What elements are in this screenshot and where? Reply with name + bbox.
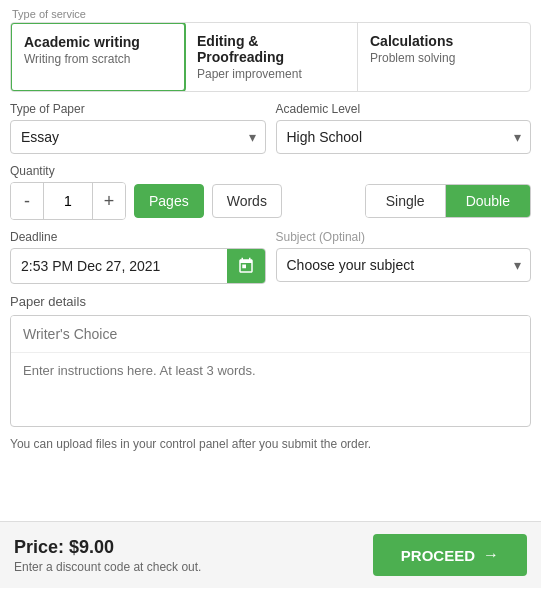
deadline-subject-row: Deadline 2:53 PM Dec 27, 2021 Subject (O… bbox=[10, 230, 531, 284]
quantity-label: Quantity bbox=[10, 164, 531, 178]
calendar-button[interactable] bbox=[227, 249, 265, 283]
paper-details-section: Paper details bbox=[10, 294, 531, 427]
qty-plus-button[interactable]: + bbox=[93, 183, 125, 219]
deadline-input-wrap[interactable]: 2:53 PM Dec 27, 2021 bbox=[10, 248, 266, 284]
subject-label: Subject (Optinal) bbox=[276, 230, 532, 244]
upload-note: You can upload files in your control pan… bbox=[10, 437, 531, 451]
deadline-label: Deadline bbox=[10, 230, 266, 244]
subject-optional-text: (Optinal) bbox=[319, 230, 365, 244]
paper-details-box bbox=[10, 315, 531, 427]
paper-topic-input[interactable] bbox=[11, 316, 530, 353]
qty-controls: - + bbox=[10, 182, 126, 220]
footer: Price: $9.00 Enter a discount code at ch… bbox=[0, 521, 541, 588]
paper-type-col: Type of Paper Essay Research Paper Term … bbox=[10, 102, 266, 154]
proceed-button[interactable]: PROCEED → bbox=[373, 534, 527, 576]
spacing-group: Single Double bbox=[365, 184, 531, 218]
paper-instructions-textarea[interactable] bbox=[11, 353, 530, 423]
paper-type-select-wrapper[interactable]: Essay Research Paper Term Paper Disserta… bbox=[10, 120, 266, 154]
tab-academic-title: Academic writing bbox=[24, 34, 172, 50]
academic-level-select-wrapper[interactable]: High School Undergraduate Master's PhD bbox=[276, 120, 532, 154]
unit-words-button[interactable]: Words bbox=[212, 184, 282, 218]
proceed-label: PROCEED bbox=[401, 547, 475, 564]
spacing-double-button[interactable]: Double bbox=[446, 185, 530, 217]
proceed-arrow-icon: → bbox=[483, 546, 499, 564]
subject-select-wrapper[interactable]: Choose your subject Math English History… bbox=[276, 248, 532, 282]
qty-minus-button[interactable]: - bbox=[11, 183, 43, 219]
tab-academic-writing[interactable]: Academic writing Writing from scratch bbox=[10, 22, 186, 92]
paper-level-row: Type of Paper Essay Research Paper Term … bbox=[10, 102, 531, 154]
tab-calculations[interactable]: Calculations Problem solving bbox=[358, 23, 530, 91]
academic-level-label: Academic Level bbox=[276, 102, 532, 116]
tab-editing-title: Editing & Proofreading bbox=[197, 33, 345, 65]
qty-input[interactable] bbox=[43, 183, 93, 219]
quantity-row: - + Pages Words Single Double bbox=[10, 182, 531, 220]
academic-level-col: Academic Level High School Undergraduate… bbox=[276, 102, 532, 154]
service-type-label: Type of service bbox=[0, 0, 541, 22]
deadline-value: 2:53 PM Dec 27, 2021 bbox=[11, 250, 227, 282]
deadline-col: Deadline 2:53 PM Dec 27, 2021 bbox=[10, 230, 266, 284]
tab-calculations-sub: Problem solving bbox=[370, 51, 518, 65]
calendar-icon bbox=[237, 257, 255, 275]
tab-calculations-title: Calculations bbox=[370, 33, 518, 49]
tab-editing-sub: Paper improvement bbox=[197, 67, 345, 81]
academic-level-select[interactable]: High School Undergraduate Master's PhD bbox=[276, 120, 532, 154]
paper-type-label: Type of Paper bbox=[10, 102, 266, 116]
subject-col: Subject (Optinal) Choose your subject Ma… bbox=[276, 230, 532, 284]
tab-academic-sub: Writing from scratch bbox=[24, 52, 172, 66]
paper-details-label: Paper details bbox=[10, 294, 531, 309]
tab-editing-proofreading[interactable]: Editing & Proofreading Paper improvement bbox=[185, 23, 358, 91]
spacing-single-button[interactable]: Single bbox=[366, 185, 446, 217]
discount-label: Enter a discount code at check out. bbox=[14, 560, 201, 574]
service-tabs: Academic writing Writing from scratch Ed… bbox=[10, 22, 531, 92]
paper-type-select[interactable]: Essay Research Paper Term Paper Disserta… bbox=[10, 120, 266, 154]
subject-label-text: Subject bbox=[276, 230, 316, 244]
price-area: Price: $9.00 Enter a discount code at ch… bbox=[14, 537, 201, 574]
unit-pages-button[interactable]: Pages bbox=[134, 184, 204, 218]
price-label: Price: $9.00 bbox=[14, 537, 201, 558]
subject-select[interactable]: Choose your subject Math English History… bbox=[276, 248, 532, 282]
quantity-section: Quantity - + Pages Words Single Double bbox=[10, 164, 531, 220]
